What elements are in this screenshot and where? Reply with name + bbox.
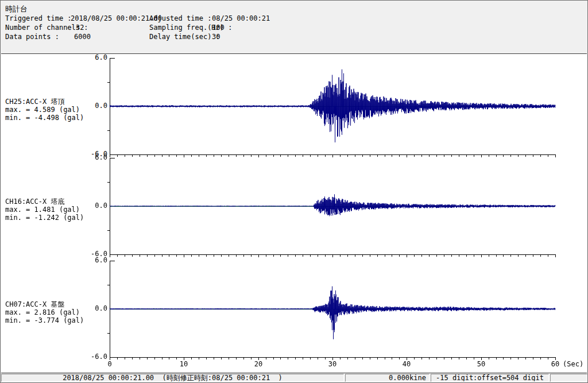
- triggered-time-value: 2018/08/25 00:00:21.00: [71, 14, 162, 22]
- y-tick-label-top: 6.0: [86, 54, 107, 61]
- waveform-canvas: [106, 158, 558, 260]
- data-points-label: Data points :: [5, 33, 59, 41]
- min-value-label: min. = -4.498 (gal): [5, 114, 84, 122]
- status-kine: 0.000kine: [345, 374, 430, 382]
- status-empty: [550, 374, 587, 382]
- adjusted-time-value: 08/25 00:00:21: [212, 14, 270, 22]
- y-tick-label-top: 6.0: [86, 154, 107, 161]
- channel-label: CH16:ACC-X 塔底: [5, 198, 64, 206]
- y-tick-label-zero: 0.0: [86, 305, 107, 312]
- sec-unit-label: (Sec): [563, 361, 583, 368]
- max-value-label: max. = 4.589 (gal): [5, 106, 80, 114]
- y-tick-label-zero: 0.0: [86, 202, 107, 210]
- chart-ch25: CH25:ACC-X 塔頂 max. = 4.589 (gal) min. = …: [1, 58, 588, 160]
- app-title: 時計台: [5, 4, 28, 14]
- sampling-freq-value: 100: [212, 24, 225, 32]
- x-axis-tick-label: 50: [470, 361, 493, 368]
- x-axis-tick-label: 30: [321, 361, 344, 368]
- y-tick-label-top: 6.0: [86, 257, 107, 264]
- x-axis-tick-label: 20: [247, 361, 270, 368]
- x-axis-tick-label: 10: [172, 361, 195, 368]
- status-digit: -15 digit:offset=504 digit: [431, 374, 549, 382]
- x-axis-tick-label: 40: [395, 361, 418, 368]
- max-value-label: max. = 2.816 (gal): [5, 309, 80, 316]
- triggered-time-label: Triggered time :: [5, 14, 72, 22]
- status-timestamp: 2018/08/25 00:00:21.00 (時刻修正時刻:08/25 00:…: [1, 374, 344, 382]
- min-value-label: min. = -1.242 (gal): [5, 214, 84, 222]
- delay-time-value: 30: [212, 33, 220, 41]
- chart-ch16: CH16:ACC-X 塔底 max. = 1.481 (gal) min. = …: [1, 158, 588, 260]
- status-bar: 2018/08/25 00:00:21.00 (時刻修正時刻:08/25 00:…: [1, 373, 587, 382]
- adjusted-time-label: Adjusted time :: [149, 14, 211, 22]
- channel-label: CH07:ACC-X 基盤: [5, 301, 64, 308]
- channel-label: CH25:ACC-X 塔頂: [5, 98, 64, 106]
- max-value-label: max. = 1.481 (gal): [5, 206, 80, 214]
- waveform-canvas: [106, 261, 558, 363]
- data-points-value: 6000: [74, 33, 91, 41]
- x-axis-tick-label: 0: [98, 361, 121, 368]
- waveform-canvas: [106, 58, 558, 160]
- min-value-label: min. = -3.774 (gal): [5, 317, 84, 324]
- app-window: 時計台 Triggered time : 2018/08/25 00:00:21…: [0, 0, 588, 383]
- y-tick-label-zero: 0.0: [86, 102, 107, 110]
- chart-ch07: CH07:ACC-X 基盤 max. = 2.816 (gal) min. = …: [1, 261, 588, 363]
- num-channels-value: 32: [76, 24, 84, 32]
- delay-time-label: Delay time(sec) :: [149, 33, 220, 41]
- y-tick-label-bottom: -6.0: [86, 353, 107, 361]
